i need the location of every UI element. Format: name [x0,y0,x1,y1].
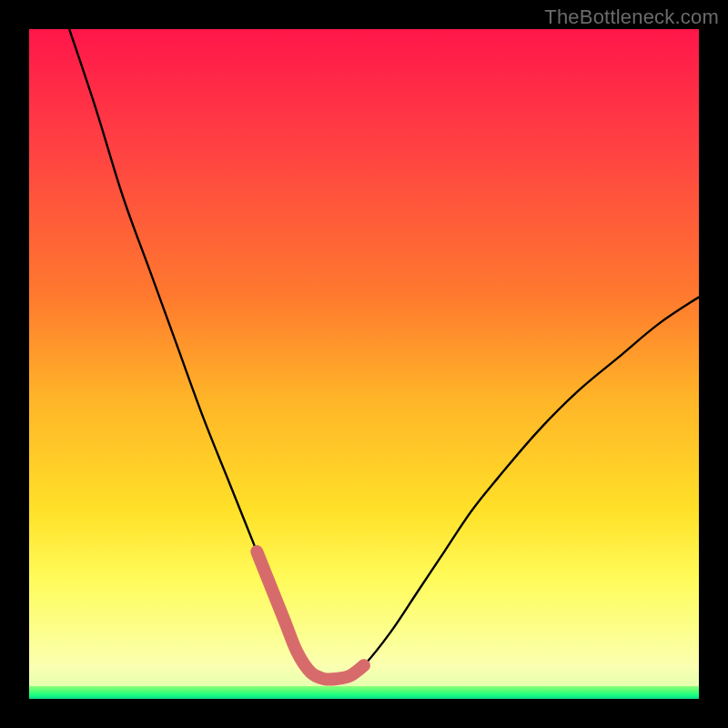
chart-frame: TheBottleneck.com [0,0,728,728]
watermark-text: TheBottleneck.com [544,5,719,29]
curve-svg [29,29,699,699]
plot-area [29,29,699,699]
trough-highlight [257,551,364,680]
bottleneck-curve [69,29,699,680]
